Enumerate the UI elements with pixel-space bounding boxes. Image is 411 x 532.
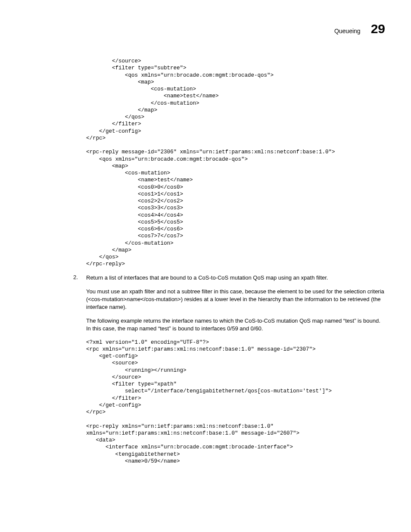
step-2: 2. Return a list of interfaces that are …	[73, 274, 385, 282]
paragraph-1: You must use an xpath filter and not a s…	[86, 288, 385, 311]
step-number: 2.	[73, 274, 86, 282]
code-block-1: </source> <filter type="subtree"> <qos x…	[86, 58, 385, 268]
page-header: Queueing 29	[26, 22, 385, 36]
step-text: Return a list of interfaces that are bou…	[86, 274, 328, 282]
paragraph-2: The following example returns the interf…	[86, 317, 385, 333]
header-title: Queueing	[334, 28, 361, 34]
para1-italic: name	[127, 296, 141, 302]
code-block-2: <?xml version="1.0" encoding="UTF-8"?> <…	[86, 339, 385, 465]
page-number: 29	[371, 22, 385, 36]
